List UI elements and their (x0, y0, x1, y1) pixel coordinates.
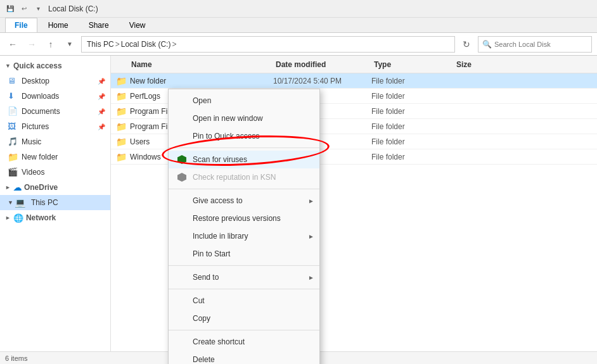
onedrive-chevron: ► (5, 184, 11, 191)
path-separator-2: > (172, 40, 176, 49)
thispc-icon: 💻 (15, 198, 25, 208)
ctx-item-cut[interactable]: Cut (169, 292, 319, 310)
sidebar-item-music[interactable]: 🎵 Music (0, 134, 110, 149)
kaspersky-shield-icon (177, 155, 186, 164)
sidebar-item-videos[interactable]: 🎬 Videos (0, 165, 110, 180)
ctx-icon (176, 213, 188, 224)
col-header-type[interactable]: Type (374, 60, 456, 69)
submenu-arrow-icon: ► (308, 233, 314, 240)
ctx-icon (176, 248, 188, 260)
desktop-icon: 🖥 (8, 76, 18, 86)
search-icon: 🔍 (482, 40, 492, 49)
ctx-item-restore-previous-versions[interactable]: Restore previous versions (169, 210, 319, 227)
file-type: File folder (371, 92, 454, 101)
ctx-item-send-to[interactable]: Send to ► (169, 268, 319, 286)
dropdown-icon[interactable]: ▾ (33, 4, 43, 14)
thispc-chevron: ▼ (8, 199, 13, 206)
pin-icon: 📌 (98, 78, 105, 85)
sidebar-onedrive[interactable]: ► ☁ OneDrive (0, 180, 110, 195)
ctx-label: Send to (193, 273, 219, 282)
sidebar-network[interactable]: ► 🌐 Network (0, 210, 110, 225)
sidebar-item-pictures[interactable]: 🖼 Pictures 📌 (0, 119, 110, 134)
tab-home[interactable]: Home (39, 18, 78, 32)
address-path[interactable]: This PC > Local Disk (C:) > (81, 36, 455, 53)
ctx-icon (176, 195, 188, 206)
col-header-name[interactable]: Name (111, 60, 276, 69)
ctx-icon (176, 130, 188, 142)
folder-icon: 📁 (116, 91, 126, 101)
sidebar-quick-access[interactable]: ▼ Quick access (0, 58, 110, 73)
newfolder-label: New folder (22, 153, 58, 161)
ctx-item-give-access-to[interactable]: Give access to ► (169, 192, 319, 210)
ctx-item-open-in-new-window[interactable]: Open in new window (169, 110, 319, 127)
ctx-label: Pin to Start (193, 249, 230, 258)
ctx-icon (176, 313, 188, 324)
ctx-label: Cut (193, 296, 205, 305)
col-header-date[interactable]: Date modified (276, 60, 374, 69)
desktop-label: Desktop (22, 77, 49, 85)
ctx-label: Pin to Quick access (193, 132, 259, 141)
address-bar: ← → ↑ ▼ This PC > Local Disk (C:) > ↻ 🔍 (0, 33, 597, 56)
folder-icon: 📁 (116, 76, 126, 86)
search-input[interactable] (494, 41, 587, 48)
sidebar-item-desktop[interactable]: 🖥 Desktop 📌 (0, 73, 110, 89)
undo-icon[interactable]: ↩ (19, 4, 29, 14)
ctx-item-pin-to-quick-access[interactable]: Pin to Quick access (169, 127, 319, 145)
ctx-item-create-shortcut[interactable]: Create shortcut (169, 333, 319, 351)
forward-button[interactable]: → (24, 37, 39, 52)
pin-icon-pics: 📌 (98, 123, 105, 130)
network-icon: 🌐 (13, 213, 23, 223)
folder-icon: 📁 (116, 152, 126, 162)
folder-icon: 📁 (116, 122, 126, 132)
save-icon[interactable]: 💾 (5, 4, 15, 14)
ribbon: File Home Share View (0, 18, 597, 33)
ctx-icon (176, 272, 188, 283)
refresh-button[interactable]: ↻ (459, 37, 474, 52)
ctx-item-open[interactable]: Open (169, 92, 319, 110)
ctx-icon (176, 354, 188, 364)
ctx-label: Scan for viruses (193, 155, 247, 164)
documents-label: Documents (22, 107, 60, 116)
ctx-icon (176, 95, 188, 106)
up-button[interactable]: ↑ (43, 37, 58, 52)
kaspersky-shield-gray-icon (177, 173, 186, 182)
status-text: 6 items (5, 355, 27, 362)
ctx-separator (169, 265, 319, 266)
ctx-label: Delete (193, 355, 215, 364)
sidebar-item-documents[interactable]: 📄 Documents 📌 (0, 104, 110, 119)
ctx-item-copy[interactable]: Copy (169, 310, 319, 327)
sidebar-item-downloads[interactable]: ⬇ Downloads 📌 (0, 89, 110, 104)
tab-share[interactable]: Share (79, 18, 119, 32)
ctx-icon (176, 113, 188, 124)
sidebar-item-thispc[interactable]: ▼ 💻 This PC (0, 195, 110, 210)
recent-locations-button[interactable]: ▼ (62, 37, 77, 52)
onedrive-label: OneDrive (24, 183, 58, 192)
window-title: Local Disk (C:) (48, 4, 98, 13)
ctx-item-include-in-library[interactable]: Include in library ► (169, 227, 319, 245)
submenu-arrow-icon: ► (308, 274, 314, 281)
path-localdisk[interactable]: Local Disk (C:) (121, 40, 171, 49)
sidebar: ▼ Quick access 🖥 Desktop 📌 ⬇ Downloads 📌… (0, 56, 111, 351)
search-box[interactable]: 🔍 (478, 36, 592, 53)
music-label: Music (22, 137, 41, 146)
downloads-label: Downloads (22, 92, 59, 101)
ctx-item-scan-for-viruses[interactable]: Scan for viruses (169, 151, 319, 168)
ctx-separator (169, 189, 319, 189)
ctx-label: Create shortcut (193, 337, 245, 346)
col-header-size[interactable]: Size (456, 60, 507, 69)
quick-access-label: Quick access (13, 61, 62, 70)
tab-view[interactable]: View (120, 18, 155, 32)
back-button[interactable]: ← (5, 37, 20, 52)
ctx-item-delete[interactable]: Delete (169, 351, 319, 364)
submenu-arrow-icon: ► (308, 198, 314, 204)
ctx-item-pin-to-start[interactable]: Pin to Start (169, 245, 319, 263)
path-separator-1: > (115, 40, 120, 49)
ctx-icon (176, 230, 188, 242)
table-row[interactable]: 📁 New folder 10/17/2024 5:40 PM File fol… (111, 73, 597, 89)
sidebar-item-newfolder[interactable]: 📁 New folder (0, 149, 110, 165)
ctx-label: Include in library (193, 232, 248, 241)
ctx-icon (176, 172, 188, 183)
tab-file[interactable]: File (5, 18, 37, 32)
videos-icon: 🎬 (8, 167, 18, 177)
path-thispc[interactable]: This PC (87, 40, 114, 49)
